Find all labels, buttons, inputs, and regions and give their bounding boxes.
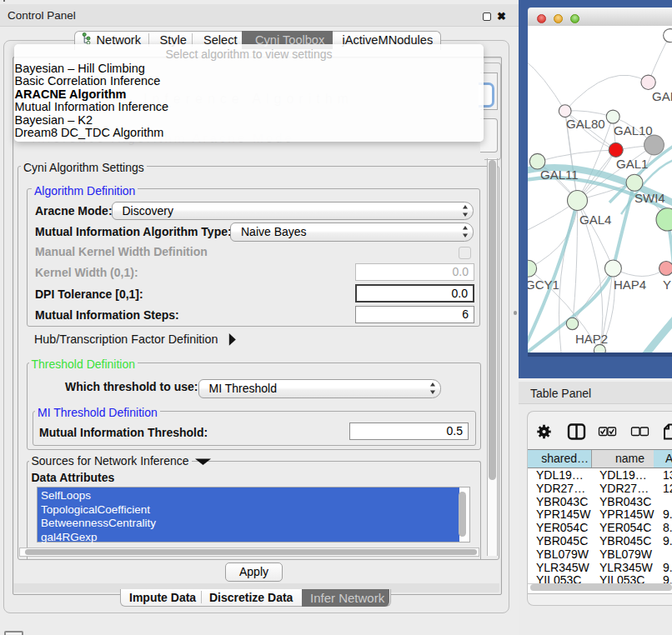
- svg-text:GAL1: GAL1: [616, 157, 648, 171]
- svg-text:HAP4: HAP4: [614, 278, 646, 292]
- svg-text:SWI4: SWI4: [634, 191, 665, 205]
- svg-text:GAL10: GAL10: [614, 123, 653, 138]
- svg-text:GAL: GAL: [652, 89, 672, 103]
- svg-text:HAP2: HAP2: [575, 332, 608, 346]
- svg-text:GAL4: GAL4: [579, 212, 611, 227]
- svg-text:GAL80: GAL80: [566, 117, 605, 131]
- svg-text:Y: Y: [663, 278, 671, 292]
- svg-text:GAL11: GAL11: [540, 168, 579, 182]
- svg-text:GCY1: GCY1: [528, 278, 559, 292]
